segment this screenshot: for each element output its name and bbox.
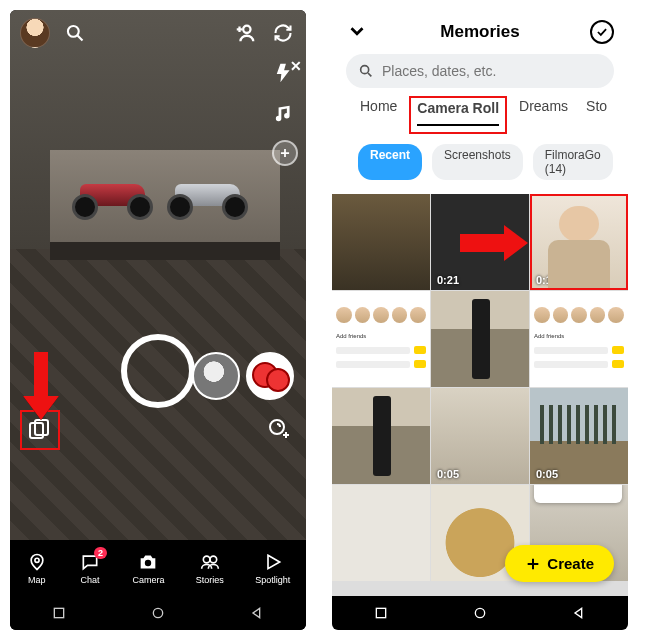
- callout-box-camera-roll: Camera Roll: [409, 96, 507, 134]
- create-button[interactable]: Create: [505, 545, 614, 582]
- search-input[interactable]: [346, 54, 614, 88]
- flip-camera-icon[interactable]: [270, 20, 296, 46]
- camera-viewport[interactable]: ✕: [10, 10, 306, 540]
- chip-filmorago[interactable]: FilmoraGo (14): [533, 144, 613, 180]
- duration-label: 0:05: [437, 468, 459, 480]
- map-pin-icon: [26, 551, 48, 573]
- chat-bubble-icon: 2: [79, 551, 101, 573]
- svg-point-14: [203, 556, 210, 563]
- svg-point-25: [475, 608, 484, 617]
- system-nav-bar: [10, 596, 306, 630]
- chat-badge: 2: [94, 547, 107, 559]
- tab-stories[interactable]: Stories: [196, 551, 224, 585]
- create-button-label: Create: [547, 555, 594, 572]
- memories-tab-strip: Home Camera Roll Dreams Sto: [346, 88, 614, 134]
- svg-line-1: [78, 36, 83, 41]
- svg-line-21: [368, 73, 371, 76]
- more-tools-plus-icon[interactable]: [272, 140, 298, 166]
- svg-marker-16: [268, 555, 280, 568]
- stories-icon: [199, 551, 221, 573]
- svg-point-2: [243, 26, 250, 33]
- svg-marker-19: [253, 608, 260, 617]
- page-title: Memories: [370, 22, 590, 42]
- chip-screenshots[interactable]: Screenshots: [432, 144, 523, 180]
- search-field[interactable]: [382, 63, 602, 79]
- media-thumb[interactable]: [332, 388, 430, 484]
- media-thumb[interactable]: [431, 291, 529, 387]
- svg-point-20: [361, 66, 369, 74]
- tab-chat-label: Chat: [81, 575, 100, 585]
- svg-point-15: [210, 556, 217, 563]
- media-thumb[interactable]: 0:05: [530, 388, 628, 484]
- media-thumb[interactable]: Add friends: [530, 291, 628, 387]
- tab-map[interactable]: Map: [26, 551, 48, 585]
- svg-rect-24: [377, 608, 386, 617]
- tab-map-label: Map: [28, 575, 46, 585]
- lens-thumbnail-1[interactable]: [192, 352, 240, 400]
- nav-recent-icon[interactable]: [373, 605, 389, 621]
- tab-stories-label: Stories: [196, 575, 224, 585]
- tab-dreams[interactable]: Dreams: [519, 98, 568, 134]
- svg-point-9: [270, 420, 284, 434]
- tab-sto[interactable]: Sto: [586, 98, 607, 134]
- memories-screen: Memories Home Camera Roll Dreams Sto Rec…: [332, 10, 628, 630]
- tab-spotlight-label: Spotlight: [255, 575, 290, 585]
- media-grid: 0:21 0:12 Add friends Add friends: [332, 194, 628, 596]
- nav-recent-icon[interactable]: [51, 605, 67, 621]
- system-nav-bar: [332, 596, 628, 630]
- media-thumb[interactable]: [332, 194, 430, 290]
- flash-icon[interactable]: ✕: [272, 60, 298, 86]
- music-icon[interactable]: [272, 100, 298, 126]
- nav-back-icon[interactable]: [571, 605, 587, 621]
- lens-thumbnail-2[interactable]: [246, 352, 294, 400]
- camera-screen: ✕: [10, 10, 306, 630]
- search-icon[interactable]: [62, 20, 88, 46]
- plus-icon: [525, 556, 541, 572]
- chip-recent[interactable]: Recent: [358, 144, 422, 180]
- filter-chip-row: Recent Screenshots FilmoraGo (14): [346, 134, 614, 190]
- svg-point-18: [153, 608, 162, 617]
- media-thumb[interactable]: 0:05: [431, 388, 529, 484]
- nav-home-icon[interactable]: [150, 605, 166, 621]
- lens-explorer-button[interactable]: [264, 414, 294, 444]
- svg-point-13: [145, 560, 151, 566]
- svg-point-0: [68, 26, 79, 37]
- media-thumb[interactable]: Add friends: [332, 291, 430, 387]
- tab-spotlight[interactable]: Spotlight: [255, 551, 290, 585]
- tab-camera-roll[interactable]: Camera Roll: [417, 100, 499, 126]
- duration-label: 0:12: [536, 274, 558, 286]
- duration-label: 0:21: [437, 274, 459, 286]
- svg-rect-17: [55, 608, 64, 617]
- nav-home-icon[interactable]: [472, 605, 488, 621]
- select-mode-icon[interactable]: [590, 20, 614, 44]
- svg-marker-26: [575, 608, 582, 617]
- tab-camera[interactable]: Camera: [132, 551, 164, 585]
- camera-icon: [137, 551, 159, 573]
- profile-avatar[interactable]: [20, 18, 50, 48]
- svg-point-12: [35, 558, 39, 562]
- shutter-button[interactable]: [121, 334, 195, 408]
- spotlight-icon: [262, 551, 284, 573]
- tab-chat[interactable]: 2 Chat: [79, 551, 101, 585]
- media-thumb[interactable]: [332, 485, 430, 581]
- info-card: [534, 485, 622, 503]
- chevron-down-icon[interactable]: [346, 20, 370, 44]
- duration-label: 0:05: [536, 468, 558, 480]
- nav-back-icon[interactable]: [249, 605, 265, 621]
- media-thumb-selected[interactable]: 0:12: [530, 194, 628, 290]
- tab-home[interactable]: Home: [360, 98, 397, 134]
- add-friend-icon[interactable]: [232, 20, 258, 46]
- tab-camera-label: Camera: [132, 575, 164, 585]
- bottom-tab-bar: Map 2 Chat Camera Stories Spotlight: [10, 540, 306, 596]
- search-icon: [358, 63, 374, 79]
